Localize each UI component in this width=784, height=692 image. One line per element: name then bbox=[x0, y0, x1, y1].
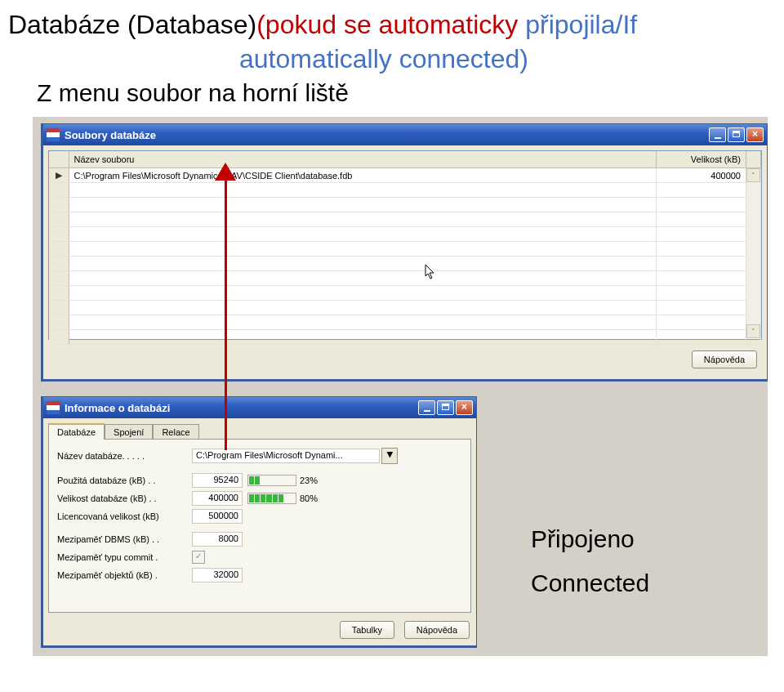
label-pripojeno: Připojeno bbox=[531, 525, 649, 553]
label-connected: Connected bbox=[531, 569, 649, 597]
table-row[interactable] bbox=[49, 227, 761, 242]
cell-filename[interactable]: C:\Program Files\Microsoft Dynamics NAV\… bbox=[69, 168, 657, 183]
database-files-grid[interactable]: Název souboru Velikost (kB) ▶ C:\Program… bbox=[48, 150, 762, 340]
app-icon bbox=[47, 401, 60, 414]
label-used-db: Použitá databáze (kB) . . bbox=[57, 475, 192, 485]
window-database-files: Soubory databáze × Název souboru Velikos… bbox=[41, 123, 768, 382]
grid-scrollbar[interactable]: ˄ ˅ bbox=[746, 168, 760, 338]
win1-title: Soubory databáze bbox=[65, 129, 156, 141]
tab-panel-database: Název databáze. . . . . C:\Program Files… bbox=[48, 439, 471, 613]
heading-part-red: (pokud se automaticky bbox=[256, 10, 525, 39]
maximize-button[interactable] bbox=[437, 400, 454, 415]
slide-heading-line2: automatically connected) bbox=[8, 44, 760, 74]
table-row[interactable]: ▶ C:\Program Files\Microsoft Dynamics NA… bbox=[49, 168, 761, 183]
annotation-arrow-head-icon bbox=[215, 163, 236, 181]
table-row[interactable] bbox=[49, 286, 761, 301]
field-used-db: 95240 bbox=[192, 473, 243, 488]
table-row[interactable] bbox=[49, 212, 761, 227]
help-button[interactable]: Nápověda bbox=[404, 621, 470, 639]
win2-title: Informace o databázi bbox=[65, 402, 170, 414]
checkbox-commit-cache[interactable]: ✓ bbox=[192, 551, 205, 564]
label-database-name: Název databáze. . . . . bbox=[57, 451, 192, 461]
table-row[interactable] bbox=[49, 257, 761, 271]
label-size-db: Velikost databáze (kB) . . bbox=[57, 493, 192, 503]
window-database-info: Informace o databázi × Databáze Spojení … bbox=[41, 396, 477, 648]
field-licensed-size: 500000 bbox=[192, 509, 243, 524]
tab-relations[interactable]: Relace bbox=[153, 424, 198, 440]
field-database-name[interactable]: C:\Program Files\Microsoft Dynami... bbox=[192, 449, 380, 463]
win2-titlebar[interactable]: Informace o databázi × bbox=[43, 397, 476, 418]
label-dbms-cache: Mezipaměť DBMS (kB) . . bbox=[57, 534, 192, 544]
pct-size-db: 80% bbox=[300, 493, 318, 503]
tab-database[interactable]: Databáze bbox=[48, 423, 105, 440]
table-row[interactable] bbox=[49, 315, 761, 330]
progress-size-db bbox=[247, 493, 296, 504]
cell-size[interactable]: 400000 bbox=[657, 168, 746, 183]
label-object-cache: Mezipaměť objektů (kB) . bbox=[57, 570, 192, 580]
side-annotations: Připojeno Connected bbox=[531, 525, 649, 597]
close-button[interactable]: × bbox=[456, 400, 473, 415]
scroll-down-icon[interactable]: ˅ bbox=[746, 324, 760, 338]
minimize-button[interactable] bbox=[418, 400, 435, 415]
app-icon bbox=[47, 128, 60, 141]
slide-subheading: Z menu soubor na horní liště bbox=[37, 79, 760, 107]
pct-used-db: 23% bbox=[300, 475, 318, 485]
maximize-button[interactable] bbox=[728, 127, 745, 142]
field-dbms-cache: 8000 bbox=[192, 532, 243, 547]
help-button[interactable]: Nápověda bbox=[692, 350, 757, 368]
table-row[interactable] bbox=[49, 330, 761, 345]
label-commit-cache: Mezipaměť typu commit . bbox=[57, 552, 192, 562]
row-marker: ▶ bbox=[49, 168, 69, 183]
field-size-db: 400000 bbox=[192, 491, 243, 506]
dropdown-icon[interactable]: ⯆ bbox=[381, 448, 398, 464]
heading-part-blue-end: připojila/If bbox=[525, 10, 637, 39]
close-button[interactable]: × bbox=[746, 127, 764, 142]
win1-titlebar[interactable]: Soubory databáze × bbox=[43, 124, 767, 145]
tables-button[interactable]: Tabulky bbox=[340, 621, 394, 639]
screenshot-canvas: Soubory databáze × Název souboru Velikos… bbox=[8, 117, 768, 656]
table-row[interactable] bbox=[49, 198, 761, 212]
table-row[interactable] bbox=[49, 271, 761, 286]
progress-used-db bbox=[247, 475, 296, 486]
grid-header-row: Název souboru Velikost (kB) bbox=[49, 151, 761, 168]
scroll-up-icon[interactable]: ˄ bbox=[746, 168, 760, 182]
field-object-cache: 32000 bbox=[192, 568, 243, 583]
table-row[interactable] bbox=[49, 301, 761, 315]
label-licensed-size: Licencovaná velikost (kB) bbox=[57, 511, 192, 521]
col-filename[interactable]: Název souboru bbox=[69, 151, 657, 168]
col-size[interactable]: Velikost (kB) bbox=[657, 151, 746, 168]
tab-connection[interactable]: Spojení bbox=[105, 424, 153, 440]
slide-heading-line1: Databáze (Database)(pokud se automaticky… bbox=[8, 8, 760, 41]
annotation-arrow bbox=[225, 174, 227, 450]
tabs: Databáze Spojení Relace bbox=[48, 423, 199, 440]
heading-part-black: Databáze (Database) bbox=[8, 10, 256, 39]
table-row[interactable] bbox=[49, 183, 761, 198]
minimize-button[interactable] bbox=[709, 127, 726, 142]
table-row[interactable] bbox=[49, 242, 761, 257]
